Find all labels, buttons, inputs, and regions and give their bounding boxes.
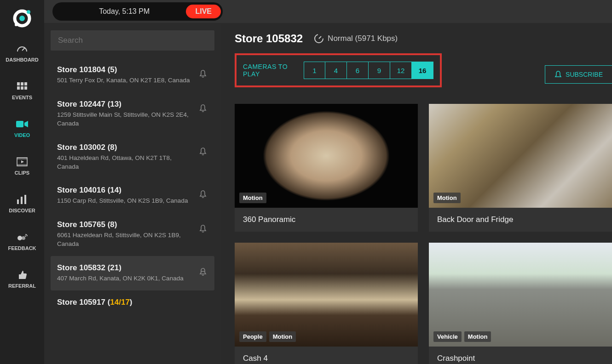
cameras-to-play-box: CAMERAS TO PLAY 14691216	[235, 53, 442, 87]
store-title: Store 103002 (8)	[57, 143, 193, 152]
live-badge: LIVE	[186, 5, 221, 18]
svg-rect-7	[24, 82, 27, 85]
bell-icon[interactable]	[198, 69, 208, 79]
time-text: Today, 5:13 PM	[99, 7, 150, 16]
status-text: Normal (5971 Kbps)	[328, 34, 398, 43]
subscribe-label: SUBSCRIBE	[566, 71, 603, 78]
store-title: Store 105765 (8)	[57, 220, 193, 229]
svg-point-19	[22, 236, 25, 240]
nav-clips[interactable]: CLIPS	[15, 156, 29, 176]
svg-point-2	[27, 10, 30, 14]
nav-discover[interactable]: DISCOVER	[9, 194, 35, 213]
camera-thumbnail[interactable]: PeopleMotion	[235, 243, 418, 347]
store-address: 1150 Carp Rd, Stittsville, ON K2S 1B9, C…	[57, 197, 193, 205]
detection-badge: Motion	[269, 331, 296, 342]
svg-rect-9	[21, 86, 23, 90]
app-logo	[12, 8, 32, 28]
subscribe-button[interactable]: SUBSCRIBE	[545, 65, 612, 84]
topbar: Today, 5:13 PM LIVE	[44, 0, 612, 23]
camera-option-12[interactable]: 12	[390, 62, 412, 79]
svg-rect-14	[17, 164, 27, 166]
store-item[interactable]: Store 102447 (13)1259 Stittsville Main S…	[51, 92, 214, 136]
feedback-icon	[16, 232, 29, 243]
camera-tile[interactable]: Motion360 Panoramic	[235, 104, 418, 232]
store-item[interactable]: Store 101804 (5)501 Terry Fox Dr, Kanata…	[51, 58, 214, 92]
store-item[interactable]: Store 105832 (21)407 March Rd, Kanata, O…	[51, 256, 214, 290]
nav-label: DASHBOARD	[6, 57, 39, 63]
camera-thumbnail[interactable]: VehicleMotion	[429, 243, 612, 347]
svg-rect-6	[21, 82, 23, 85]
svg-rect-13	[17, 158, 27, 159]
camera-thumbnail[interactable]: Motion	[235, 104, 418, 208]
stores-sidebar: Store 101804 (5)501 Terry Fox Dr, Kanata…	[44, 23, 221, 364]
camera-label: Crashpoint	[429, 347, 612, 364]
left-nav: DASHBOARD EVENTS VIDEO CLIPS DISCOVER FE…	[0, 0, 44, 364]
connection-status: Normal (5971 Kbps)	[314, 34, 398, 44]
nav-label: REFERRAL	[8, 283, 36, 289]
camera-option-9[interactable]: 9	[369, 62, 390, 79]
store-title: Store 102447 (13)	[57, 100, 193, 109]
detection-badge: Vehicle	[433, 331, 462, 342]
nav-video[interactable]: VIDEO	[14, 119, 30, 138]
store-item[interactable]: Store 104016 (14)1150 Carp Rd, Stittsvil…	[51, 178, 214, 213]
cameras-label: CAMERAS TO PLAY	[243, 63, 304, 78]
svg-line-22	[319, 36, 321, 39]
store-item[interactable]: Store 103002 (8)401 Hazeldean Rd, Ottawa…	[51, 136, 214, 179]
nav-label: CLIPS	[15, 170, 29, 176]
camera-option-1[interactable]: 1	[304, 62, 325, 79]
nav-label: EVENTS	[12, 95, 32, 100]
bell-icon[interactable]	[198, 189, 208, 199]
film-icon	[16, 156, 29, 167]
camera-label: Back Door and Fridge	[429, 208, 612, 232]
content-area: Store 105832 Normal (5971 Kbps) CAMERAS …	[221, 23, 612, 364]
svg-line-4	[22, 48, 25, 51]
svg-rect-11	[16, 121, 23, 127]
nav-events[interactable]: EVENTS	[12, 81, 32, 100]
nav-dashboard[interactable]: DASHBOARD	[6, 43, 39, 63]
bell-icon[interactable]	[198, 147, 208, 157]
camera-label: Cash 4	[235, 347, 418, 364]
store-title: Store 104016 (14)	[57, 186, 193, 195]
speed-icon	[314, 34, 324, 44]
svg-rect-10	[24, 86, 27, 90]
store-item[interactable]: Store 105917 (14/17)	[51, 290, 214, 316]
store-address: 407 March Rd, Kanata, ON K2K 0K1, Canada	[57, 274, 193, 283]
store-address: 501 Terry Fox Dr, Kanata, ON K2T 1E8, Ca…	[57, 76, 193, 85]
camera-option-4[interactable]: 4	[325, 62, 347, 79]
nav-label: DISCOVER	[9, 208, 35, 213]
camera-tile[interactable]: MotionBack Door and Fridge	[429, 104, 612, 232]
camera-option-6[interactable]: 6	[347, 62, 369, 79]
svg-rect-16	[21, 197, 23, 204]
bell-icon[interactable]	[198, 224, 208, 234]
svg-rect-15	[17, 199, 19, 204]
store-item[interactable]: Store 105765 (8)6061 Hazeldean Rd, Stitt…	[51, 213, 214, 256]
store-address: 6061 Hazeldean Rd, Stittsville, ON K2S 1…	[57, 231, 193, 249]
camera-tile[interactable]: PeopleMotionCash 4	[235, 243, 418, 364]
nav-label: FEEDBACK	[8, 245, 36, 251]
svg-rect-8	[17, 86, 20, 90]
svg-point-3	[15, 23, 17, 26]
detection-badge: People	[239, 331, 266, 342]
search-input[interactable]	[51, 30, 214, 51]
nav-referral[interactable]: REFERRAL	[8, 269, 36, 289]
detection-badge: Motion	[464, 331, 491, 342]
detection-badge: Motion	[239, 193, 266, 203]
camera-thumbnail[interactable]: Motion	[429, 104, 612, 208]
svg-rect-5	[17, 82, 20, 85]
video-icon	[16, 119, 29, 130]
bars-icon	[16, 194, 29, 205]
camera-tile[interactable]: VehicleMotionCrashpoint	[429, 243, 612, 364]
bell-icon[interactable]	[198, 267, 208, 277]
bell-icon[interactable]	[198, 103, 208, 114]
svg-point-18	[17, 236, 22, 240]
thumb-up-icon	[16, 269, 29, 280]
bell-icon	[554, 70, 562, 79]
nav-label: VIDEO	[14, 132, 30, 138]
time-pill[interactable]: Today, 5:13 PM LIVE	[52, 2, 223, 21]
camera-label: 360 Panoramic	[235, 208, 418, 232]
nav-feedback[interactable]: FEEDBACK	[8, 232, 36, 251]
detection-badge: Motion	[433, 193, 461, 203]
camera-option-16[interactable]: 16	[412, 62, 433, 79]
store-address: 1259 Stittsville Main St, Stittsville, O…	[57, 111, 193, 128]
store-title: Store 105917 (14/17)	[57, 298, 203, 307]
